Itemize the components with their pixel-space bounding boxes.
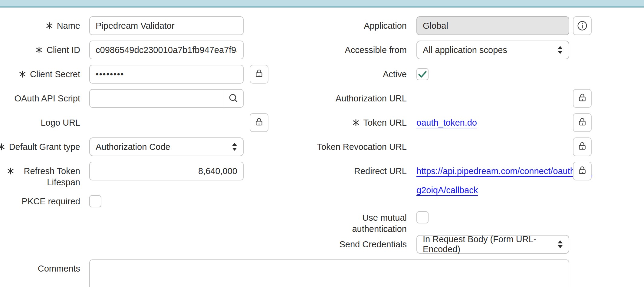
default-grant-type-label: Default Grant type <box>0 137 80 156</box>
token-url-lock-button[interactable] <box>573 113 592 132</box>
client-secret-lock-button[interactable] <box>250 65 268 84</box>
info-icon <box>577 20 588 31</box>
send-credentials-select[interactable]: In Request Body (Form URL-Encoded) <box>416 235 569 254</box>
logo-url-lock-button[interactable] <box>250 113 268 132</box>
accessible-from-select[interactable]: All application scopes <box>416 41 569 59</box>
application-readonly-field: Global <box>416 16 569 35</box>
client-secret-input[interactable] <box>89 65 244 84</box>
active-label: Active <box>303 65 407 84</box>
application-value: Global <box>423 21 448 31</box>
lock-icon <box>254 117 264 129</box>
comments-textarea[interactable] <box>89 259 569 287</box>
send-credentials-label: Send Credentials <box>303 235 407 254</box>
search-icon <box>228 93 239 104</box>
lock-icon <box>577 165 588 177</box>
up-down-arrows-icon <box>232 143 237 151</box>
send-credentials-value: In Request Body (Form URL-Encoded) <box>423 234 550 254</box>
up-down-arrows-icon <box>558 46 563 54</box>
checkmark-icon <box>417 69 428 80</box>
oauth-api-script-lookup-button[interactable] <box>224 90 243 107</box>
asterisk-required-icon <box>352 119 360 127</box>
active-checkbox[interactable] <box>416 68 429 80</box>
lock-icon <box>577 117 588 129</box>
oauth-api-script-input[interactable] <box>90 90 224 107</box>
logo-url-label: Logo URL <box>0 113 80 132</box>
token-url-link[interactable]: oauth_token.do <box>416 113 477 132</box>
oauth-api-script-field <box>89 89 244 108</box>
client-secret-label: Client Secret <box>0 65 80 84</box>
redirect-url-link[interactable]: g2oiqA/callback <box>416 181 478 200</box>
token-revocation-url-label: Token Revocation URL <box>303 137 407 156</box>
accessible-from-label: Accessible from <box>303 41 407 59</box>
client-id-input[interactable] <box>89 41 244 59</box>
use-mutual-authentication-checkbox[interactable] <box>416 211 429 223</box>
redirect-url-link[interactable]: https://api.pipedream.com/connect/oauth/… <box>416 162 592 180</box>
pkce-required-checkbox[interactable] <box>89 195 101 207</box>
pkce-required-label: PKCE required <box>0 192 80 211</box>
use-mutual-authentication-label: Use mutual authentication <box>303 208 407 235</box>
up-down-arrows-icon <box>558 240 563 248</box>
lock-icon <box>577 92 588 104</box>
name-input[interactable] <box>89 16 244 35</box>
redirect-url-lock-button[interactable] <box>573 162 592 180</box>
oauth-application-registry-form: Name Client ID Client Secret OAuth API S… <box>0 0 644 287</box>
application-info-button[interactable] <box>573 16 592 35</box>
client-id-label: Client ID <box>0 41 80 59</box>
asterisk-required-icon <box>0 143 5 151</box>
asterisk-required-icon <box>45 22 53 30</box>
refresh-token-lifespan-input[interactable] <box>89 162 244 180</box>
authorization-url-lock-button[interactable] <box>573 89 592 108</box>
default-grant-type-select[interactable]: Authorization Code <box>89 137 244 156</box>
lock-icon <box>254 68 264 80</box>
name-label: Name <box>0 16 80 35</box>
default-grant-type-value: Authorization Code <box>96 142 170 152</box>
oauth-api-script-label: OAuth API Script <box>0 89 80 108</box>
redirect-url-label: Redirect URL <box>303 162 407 180</box>
accessible-from-value: All application scopes <box>423 45 507 55</box>
comments-label: Comments <box>0 259 80 278</box>
refresh-token-lifespan-label: Refresh Token Lifespan <box>0 162 80 188</box>
asterisk-required-icon <box>18 70 26 78</box>
asterisk-required-icon <box>7 166 15 175</box>
token-revocation-url-lock-button[interactable] <box>573 137 592 156</box>
application-label: Application <box>303 16 407 35</box>
form-header-bar <box>0 0 644 8</box>
authorization-url-label: Authorization URL <box>303 89 407 108</box>
asterisk-required-icon <box>35 46 43 54</box>
token-url-label: Token URL <box>303 113 407 132</box>
lock-icon <box>577 141 588 153</box>
